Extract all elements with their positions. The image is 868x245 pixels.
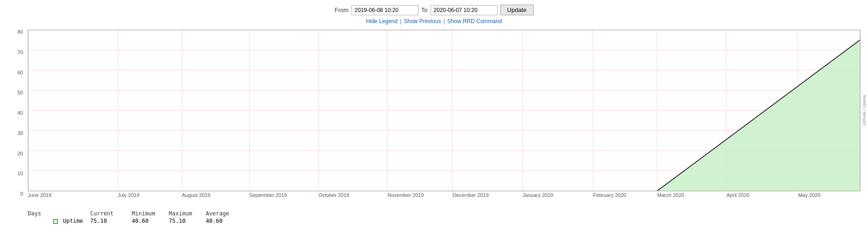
legend-col-avg-header: Average <box>206 210 243 217</box>
separator-1: | <box>400 18 401 24</box>
x-label-10: April 2020 <box>726 192 750 198</box>
y-label-70: 70 <box>18 49 23 55</box>
x-axis: June 2019July 2019August 2019September 2… <box>28 192 861 205</box>
show-previous-link[interactable]: Show Previous <box>404 18 441 24</box>
legend-avg-value: 40.60 <box>206 218 243 224</box>
legend-col-current-header: Current <box>90 210 132 217</box>
x-label-7: January 2020 <box>523 192 554 198</box>
right-axis-label: 100%ile / Uptime <box>861 30 868 191</box>
x-label-8: February 2020 <box>593 192 627 198</box>
legend-col-days-header: Days <box>28 210 53 217</box>
right-label-text: 100%ile / Uptime <box>862 95 867 126</box>
y-label-50: 50 <box>18 90 23 95</box>
y-label-20: 20 <box>18 151 23 156</box>
legend-header: Days Current Minimum Maximum Average <box>28 210 868 217</box>
y-label-30: 30 <box>18 130 23 136</box>
show-rrd-command-link[interactable]: Show RRD Command <box>447 18 502 24</box>
x-label-1: July 2019 <box>118 192 140 198</box>
y-label-40: 40 <box>18 110 23 116</box>
legend-color-box <box>53 219 58 224</box>
legend-name-cell: Uptime <box>53 218 90 224</box>
to-date-input[interactable] <box>431 5 498 15</box>
separator-2: | <box>443 18 445 24</box>
legend-current-value: 75.10 <box>90 218 132 224</box>
x-label-0: June 2019 <box>28 192 51 198</box>
y-axis: 01020304050607080 <box>0 30 26 191</box>
update-button[interactable]: Update <box>500 5 534 15</box>
x-label-9: March 2020 <box>658 192 684 198</box>
y-label-0: 0 <box>20 191 23 196</box>
chart-inner <box>28 30 861 191</box>
x-label-11: May 2020 <box>798 192 820 198</box>
x-label-3: September 2019 <box>249 192 287 198</box>
legend-max-value: 75.10 <box>169 218 206 224</box>
chart-area: 01020304050607080 100%ile / Uptime June … <box>0 27 868 208</box>
hide-legend-link[interactable]: Hide Legend <box>366 18 398 24</box>
legend-row-uptime: Uptime 75.10 40.60 75.10 40.60 <box>28 218 868 224</box>
y-label-80: 80 <box>18 29 23 35</box>
legend-days-value <box>28 218 53 224</box>
y-label-60: 60 <box>18 70 23 75</box>
legend-col-max-header: Maximum <box>169 210 206 217</box>
from-label: From <box>335 6 349 13</box>
legend-col-min-header: Minimum <box>132 210 169 217</box>
x-label-6: December 2019 <box>453 192 489 198</box>
x-label-5: November 2019 <box>388 192 424 198</box>
x-label-2: August 2019 <box>182 192 210 198</box>
chart-links: Hide Legend | Show Previous | Show RRD C… <box>0 18 868 24</box>
legend-min-value: 40.60 <box>132 218 169 224</box>
x-label-4: October 2019 <box>319 192 350 198</box>
from-date-input[interactable] <box>351 5 419 15</box>
to-label: To <box>421 6 428 13</box>
legend-spacer <box>53 210 90 217</box>
legend-series-name: Uptime <box>63 218 83 224</box>
date-range-controls: From To Update <box>0 0 868 18</box>
legend-area: Days Current Minimum Maximum Average Upt… <box>28 210 868 224</box>
y-label-10: 10 <box>18 171 23 176</box>
